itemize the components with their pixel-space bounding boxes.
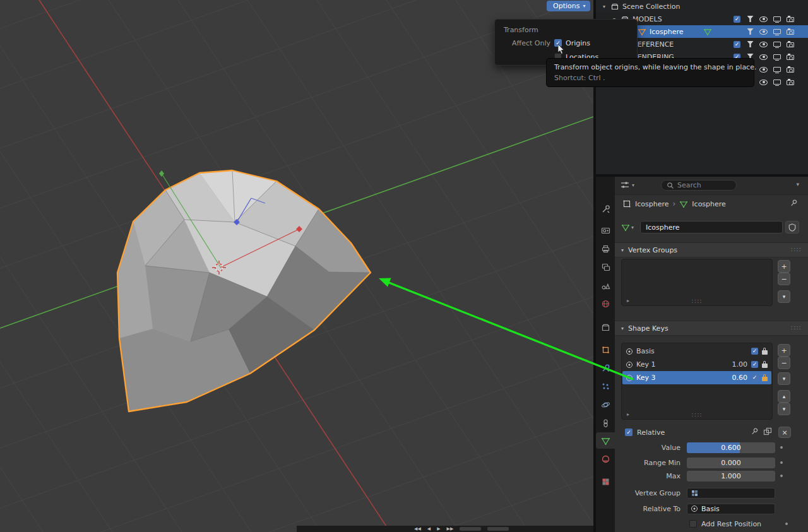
animate-dot[interactable] (780, 475, 783, 477)
close-icon[interactable]: × (778, 427, 791, 438)
disable-viewports-icon[interactable] (773, 80, 781, 85)
chevron-down-icon[interactable]: ▾ (796, 181, 799, 187)
vertex-group-specials-button[interactable]: ▾ (778, 290, 790, 303)
exclude-checkbox[interactable]: ✓ (734, 41, 740, 48)
disable-viewports-icon[interactable] (773, 16, 781, 21)
tab-object-data[interactable] (596, 432, 615, 449)
play-icon[interactable]: ▶ (437, 527, 440, 531)
breadcrumb-data[interactable]: Icosphere (692, 200, 726, 208)
disable-render-icon[interactable] (787, 55, 794, 60)
disable-viewports-icon[interactable] (773, 29, 781, 34)
tab-output[interactable] (596, 240, 615, 257)
add-rest-position-checkbox[interactable] (689, 520, 697, 528)
hide-viewport-eye-icon[interactable] (759, 16, 768, 22)
editor-divider-horizontal[interactable] (596, 174, 808, 177)
disable-render-icon[interactable] (787, 30, 794, 35)
tab-physics[interactable] (596, 396, 615, 413)
3d-viewport[interactable]: Options ▾ ◀◀ ◀ ▶ ▶▶ (0, 0, 593, 532)
pin-icon[interactable] (750, 427, 759, 439)
disable-render-icon[interactable] (787, 80, 794, 85)
shape-key-row-key3[interactable]: Key 3 0.60 ✓ (622, 371, 771, 384)
list-filter-disclosure-icon[interactable]: ▸ (627, 298, 629, 304)
jump-to-end-icon[interactable]: ▶▶ (447, 527, 454, 531)
tab-object[interactable] (596, 341, 615, 358)
filter-icon[interactable] (747, 41, 754, 47)
jump-to-start-icon[interactable]: ◀◀ (414, 527, 421, 531)
play-reverse-icon[interactable]: ◀ (427, 527, 431, 531)
disable-render-icon[interactable] (787, 17, 794, 22)
hide-viewport-eye-icon[interactable] (759, 29, 768, 35)
datablock-type-button[interactable]: ▾ (621, 221, 639, 233)
shape-key-specials-button[interactable]: ▾ (778, 372, 790, 385)
tab-constraints[interactable] (596, 415, 615, 431)
shape-key-row-basis[interactable]: Basis ✓ (622, 345, 771, 358)
outliner-row-scene-collection[interactable]: ▾ Scene Collection (596, 0, 808, 13)
shape-keys-panel-header[interactable]: ▾ Shape Keys :::: (615, 321, 808, 336)
relative-checkbox[interactable]: ✓ (625, 429, 633, 436)
animate-dot[interactable] (780, 461, 783, 464)
lock-icon[interactable] (762, 377, 768, 381)
shape-key-move-down-button[interactable]: ▾ (778, 403, 790, 415)
tab-render[interactable] (596, 222, 615, 239)
lock-icon[interactable] (762, 364, 768, 368)
range-min-field[interactable]: 0.000 (687, 458, 775, 468)
exclude-checkbox[interactable]: ✓ (734, 16, 740, 23)
list-filter-disclosure-icon[interactable]: ▸ (627, 411, 629, 417)
timeline-range-field[interactable] (487, 527, 509, 531)
shape-key-value[interactable]: 1.00 (732, 360, 748, 369)
edit-mode-display-icon[interactable] (763, 427, 773, 439)
relative-to-field[interactable]: Basis (687, 504, 775, 514)
tab-tool[interactable] (596, 201, 615, 217)
panel-grip[interactable]: :::: (791, 245, 802, 252)
fake-user-button[interactable] (785, 221, 799, 233)
hide-viewport-eye-icon[interactable] (759, 67, 768, 73)
affect-only-origins-row[interactable]: Affect Only ✓ Origins (495, 36, 637, 50)
animate-dot[interactable] (780, 446, 783, 449)
vertex-groups-list[interactable]: ▸ :::: (621, 259, 773, 306)
options-button[interactable]: Options ▾ (547, 1, 590, 11)
vertex-group-remove-button[interactable]: − (778, 273, 790, 285)
shape-key-row-key1[interactable]: Key 1 1.00 ✓ (622, 358, 771, 371)
vertex-group-add-button[interactable]: + (778, 260, 790, 273)
filter-icon[interactable] (747, 28, 754, 35)
disable-render-icon[interactable] (787, 68, 794, 73)
datablock-name-field[interactable]: Icosphere (640, 221, 783, 233)
shape-keys-list[interactable]: Basis ✓ Key 1 1.00 ✓ Key 3 0.60 ✓ ▸ (621, 343, 773, 420)
tab-modifiers[interactable] (596, 360, 615, 376)
tab-collection[interactable] (596, 319, 615, 335)
tab-texture[interactable] (596, 473, 615, 490)
tab-view-layer[interactable] (596, 259, 615, 275)
list-resize-grip[interactable]: :::: (691, 411, 702, 418)
disable-viewports-icon[interactable] (773, 67, 781, 72)
shape-key-value[interactable]: 0.60 (732, 374, 748, 382)
disable-render-icon[interactable] (787, 42, 794, 47)
editor-type-button[interactable]: ▾ (620, 180, 634, 190)
disable-viewports-icon[interactable] (773, 42, 781, 47)
animate-dot[interactable] (785, 523, 788, 525)
tab-particles[interactable] (596, 378, 615, 394)
shape-key-mute-checkbox[interactable]: ✓ (751, 348, 758, 355)
shape-key-add-button[interactable]: + (778, 344, 790, 357)
icosphere-mesh[interactable] (117, 170, 371, 411)
timeline-frame-field[interactable] (460, 527, 481, 531)
panel-grip[interactable]: :::: (791, 324, 802, 331)
hide-viewport-eye-icon[interactable] (759, 80, 768, 85)
disclosure-icon[interactable]: ▾ (601, 4, 607, 9)
list-resize-grip[interactable]: :::: (691, 297, 702, 304)
shape-key-move-up-button[interactable]: ▴ (778, 390, 790, 403)
shape-key-remove-button[interactable]: − (778, 357, 790, 369)
tab-world[interactable] (596, 295, 615, 312)
disable-viewports-icon[interactable] (773, 54, 781, 59)
vertex-group-field[interactable] (687, 488, 775, 499)
shape-key-mute-checkbox[interactable]: ✓ (751, 374, 758, 381)
hide-viewport-eye-icon[interactable] (759, 54, 768, 60)
pin-icon[interactable] (789, 198, 798, 210)
value-slider[interactable]: 0.600 (687, 442, 775, 453)
lock-icon[interactable] (762, 350, 768, 355)
shape-key-mute-checkbox[interactable]: ✓ (751, 361, 758, 368)
search-input[interactable]: Search (661, 180, 737, 191)
tab-material[interactable] (596, 451, 615, 467)
range-max-field[interactable]: 1.000 (687, 471, 775, 482)
filter-icon[interactable] (747, 16, 754, 22)
breadcrumb-object[interactable]: Icosphere (635, 200, 669, 208)
